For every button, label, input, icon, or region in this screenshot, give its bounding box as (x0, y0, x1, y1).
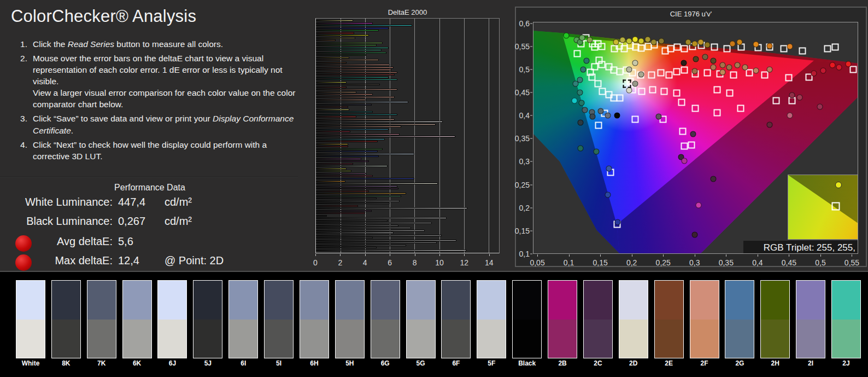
deltae-error-bar[interactable] (316, 148, 383, 150)
deltae-error-bar[interactable] (316, 67, 394, 68)
measured-point[interactable] (820, 68, 826, 74)
deltae-error-bar[interactable] (316, 150, 378, 152)
deltae-error-bar[interactable] (316, 72, 397, 73)
deltae-error-bar[interactable] (316, 136, 455, 137)
measured-point[interactable] (638, 71, 644, 77)
swatch-2d[interactable] (619, 280, 648, 358)
measured-point[interactable] (729, 41, 735, 47)
target-square[interactable] (657, 69, 664, 77)
measured-point[interactable] (797, 94, 803, 100)
deltae-error-bar[interactable] (316, 143, 348, 145)
deltae-error-bar[interactable] (316, 240, 456, 241)
deltae-error-bar[interactable] (316, 222, 432, 224)
target-square[interactable] (665, 71, 672, 78)
measured-point[interactable] (577, 90, 583, 96)
target-square[interactable] (681, 67, 688, 74)
deltae-error-bar[interactable] (316, 227, 411, 229)
measured-point[interactable] (658, 38, 664, 44)
measured-point[interactable] (836, 65, 842, 71)
measured-point[interactable] (579, 100, 585, 106)
deltae-error-bar[interactable] (316, 62, 347, 63)
deltae-error-bar[interactable] (316, 64, 390, 66)
measured-point[interactable] (651, 39, 657, 45)
measured-point[interactable] (704, 42, 710, 48)
deltae-error-bar[interactable] (316, 106, 348, 108)
target-square[interactable] (688, 142, 695, 149)
deltae-error-bar[interactable] (316, 200, 400, 202)
swatch-5g[interactable] (406, 280, 436, 358)
deltae-error-bar[interactable] (316, 188, 398, 189)
swatch-5i[interactable] (264, 280, 294, 358)
target-square[interactable] (849, 66, 857, 73)
target-square[interactable] (761, 71, 769, 78)
deltae-error-bar[interactable] (316, 134, 400, 135)
measured-point[interactable] (742, 65, 748, 71)
measured-point[interactable] (572, 80, 578, 86)
deltae-error-bar[interactable] (316, 121, 443, 123)
target-square[interactable] (714, 109, 721, 117)
deltae-error-bar[interactable] (316, 250, 466, 251)
deltae-error-bar[interactable] (316, 170, 351, 172)
deltae-error-bar[interactable] (316, 111, 373, 113)
deltae-error-bar[interactable] (316, 158, 361, 160)
measured-point[interactable] (682, 158, 688, 164)
measured-point[interactable] (578, 145, 584, 151)
measured-point[interactable] (691, 232, 697, 238)
deltae-error-bar[interactable] (316, 47, 389, 49)
measured-point[interactable] (580, 67, 586, 73)
measured-point[interactable] (681, 60, 687, 66)
deltae-error-bar[interactable] (316, 54, 366, 56)
measured-point[interactable] (711, 65, 717, 71)
deltae-error-bar[interactable] (316, 42, 383, 44)
deltae-error-bar[interactable] (316, 52, 386, 54)
target-square[interactable] (831, 44, 838, 51)
swatch-2b[interactable] (548, 280, 577, 358)
deltae-error-bar[interactable] (316, 131, 350, 132)
target-square[interactable] (780, 45, 787, 52)
deltae-error-bar[interactable] (316, 168, 347, 170)
target-square[interactable] (673, 44, 681, 51)
deltae-error-bar[interactable] (316, 215, 327, 217)
deltae-error-bar[interactable] (316, 49, 382, 51)
target-square[interactable] (799, 48, 806, 55)
measured-point[interactable] (632, 60, 638, 66)
deltae-error-bar[interactable] (316, 74, 395, 76)
deltae-error-bar[interactable] (316, 141, 378, 142)
target-square[interactable] (591, 44, 599, 51)
target-square[interactable] (714, 86, 721, 94)
deltae-error-bar[interactable] (316, 165, 388, 167)
target-square[interactable] (711, 44, 718, 51)
swatch-black[interactable] (512, 280, 542, 358)
measured-point[interactable] (830, 62, 836, 68)
deltae-error-bar[interactable] (316, 30, 379, 31)
target-square[interactable] (617, 94, 624, 101)
target-square[interactable] (726, 90, 734, 97)
measured-point[interactable] (767, 67, 773, 73)
measured-point[interactable] (597, 108, 603, 114)
target-square[interactable] (673, 68, 680, 75)
swatch-7k[interactable] (87, 280, 116, 358)
measured-point[interactable] (582, 107, 588, 113)
target-square[interactable] (599, 43, 606, 50)
measured-point[interactable] (605, 113, 611, 119)
measured-point[interactable] (720, 62, 726, 68)
measured-point[interactable] (753, 42, 759, 48)
deltae-error-bar[interactable] (316, 210, 372, 212)
measured-point[interactable] (593, 148, 599, 154)
measured-point[interactable] (753, 68, 759, 74)
measured-point[interactable] (619, 37, 625, 43)
deltae-error-bar[interactable] (316, 116, 356, 118)
target-square[interactable] (737, 105, 744, 112)
measured-point[interactable] (845, 61, 851, 67)
swatch-6j[interactable] (157, 280, 187, 358)
measured-point[interactable] (685, 39, 691, 45)
deltae-error-bar[interactable] (316, 175, 373, 177)
deltae-error-bar[interactable] (316, 202, 390, 204)
swatch-6i[interactable] (228, 280, 258, 358)
measured-point[interactable] (711, 57, 717, 63)
deltae-error-bar[interactable] (316, 146, 348, 147)
deltae-error-bar[interactable] (316, 101, 408, 103)
target-square[interactable] (824, 45, 831, 52)
measured-point[interactable] (563, 33, 569, 39)
target-square[interactable] (649, 86, 656, 94)
